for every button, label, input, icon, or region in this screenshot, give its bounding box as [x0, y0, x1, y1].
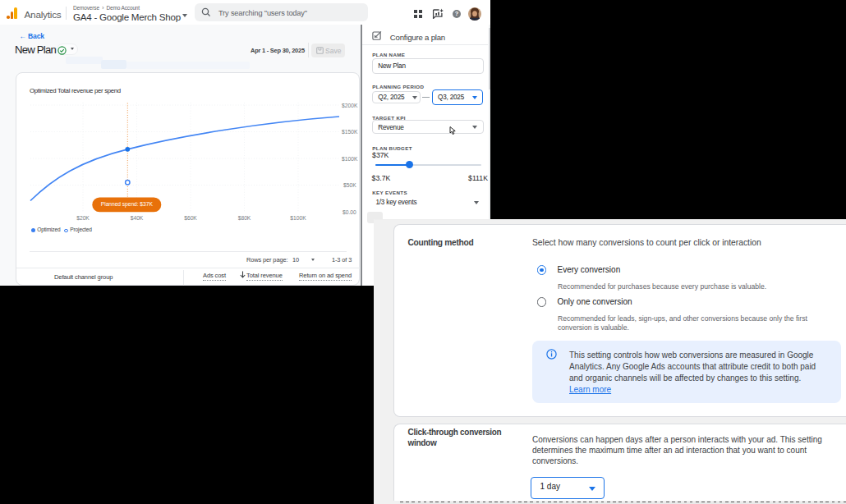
svg-text:$100K: $100K — [342, 156, 358, 162]
svg-text:$60K: $60K — [184, 215, 197, 221]
svg-text:Planned spend: $37K: Planned spend: $37K — [101, 201, 154, 208]
svg-text:$20K: $20K — [76, 215, 90, 221]
svg-text:$100K: $100K — [290, 215, 306, 221]
svg-text:$40K: $40K — [131, 215, 144, 221]
svg-text:$50K: $50K — [343, 182, 356, 188]
svg-text:$200K: $200K — [342, 103, 358, 108]
svg-text:$150K: $150K — [342, 129, 358, 135]
svg-text:$80K: $80K — [238, 215, 251, 221]
svg-text:$0.00: $0.00 — [343, 209, 356, 215]
